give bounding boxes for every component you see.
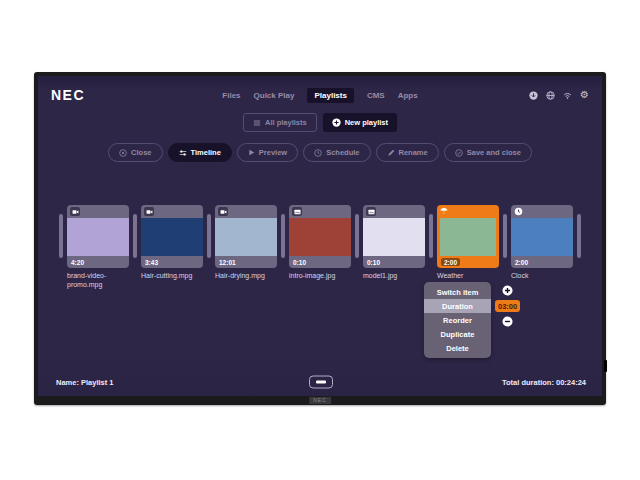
umbrella-icon: ☂ xyxy=(440,207,448,216)
timeline-item-selected[interactable]: ☂ 2:00 Weather xyxy=(437,205,499,281)
thumbnail xyxy=(440,218,496,256)
increase-duration-icon[interactable] xyxy=(502,285,513,296)
item-duration: 0:10 xyxy=(293,259,306,266)
check-circle-icon xyxy=(455,149,463,157)
pencil-icon xyxy=(387,149,395,157)
timeline-item[interactable]: 0:10 intro-image.jpg xyxy=(289,205,351,281)
save-and-close-button[interactable]: Save and close xyxy=(444,143,532,162)
timeline-label: Timeline xyxy=(191,148,221,157)
timeline-separator[interactable] xyxy=(429,214,433,258)
new-playlist-label: New playlist xyxy=(345,118,388,127)
thumbnail xyxy=(363,218,425,256)
play-icon xyxy=(248,149,255,156)
timeline-item[interactable]: 2:00 Clock xyxy=(511,205,573,281)
thumbnail xyxy=(67,218,129,256)
thumbnail xyxy=(289,218,351,256)
clock-widget-icon xyxy=(514,207,523,216)
nav-item-cms[interactable]: CMS xyxy=(367,91,385,100)
preview-button[interactable]: Preview xyxy=(237,143,298,162)
nav-menu: Files Quick Play Playlists CMS Apps xyxy=(38,84,602,106)
nec-logo: NEC xyxy=(51,87,85,103)
globe-icon[interactable] xyxy=(546,91,555,100)
rename-label: Rename xyxy=(399,148,428,157)
hide-bar-button[interactable] xyxy=(309,376,333,389)
status-bar: Name: Playlist 1 Total duration: 00:24:2… xyxy=(56,374,586,390)
menu-item-reorder[interactable]: Reorder xyxy=(424,313,491,327)
image-icon xyxy=(366,207,376,216)
playlist-actions: All playlists New playlist xyxy=(38,113,602,132)
item-name: intro-image.jpg xyxy=(289,272,351,281)
schedule-button[interactable]: Schedule xyxy=(303,143,370,162)
all-playlists-label: All playlists xyxy=(265,118,307,127)
editor-toolbar: Close Timeline Preview Schedule Rename S… xyxy=(38,143,602,162)
timeline-separator[interactable] xyxy=(577,214,581,258)
save-and-close-label: Save and close xyxy=(467,148,521,157)
timeline-button[interactable]: Timeline xyxy=(168,143,232,162)
nav-item-apps[interactable]: Apps xyxy=(398,91,418,100)
all-playlists-button[interactable]: All playlists xyxy=(243,113,317,132)
timeline-separator[interactable] xyxy=(133,214,137,258)
item-duration: 0:10 xyxy=(367,259,380,266)
nav-item-quick-play[interactable]: Quick Play xyxy=(254,91,295,100)
item-duration: 4:20 xyxy=(71,259,84,266)
nav-item-playlists[interactable]: Playlists xyxy=(307,88,353,103)
item-name: brand-video-promo.mpg xyxy=(67,272,129,290)
duration-stepper: 03:00 xyxy=(495,285,520,327)
settings-icon[interactable]: ⚙ xyxy=(580,90,589,100)
item-context-menu: Switch item Duration Reorder Duplicate D… xyxy=(424,282,491,358)
playlist-name: Name: Playlist 1 xyxy=(56,378,114,387)
thumbnail xyxy=(511,218,573,256)
timeline-icon xyxy=(179,149,187,157)
monitor-frame: NEC Files Quick Play Playlists CMS Apps … xyxy=(34,72,606,405)
item-name: Weather xyxy=(437,272,499,281)
timeline-item[interactable]: 4:20 brand-video-promo.mpg xyxy=(67,205,129,290)
power-button[interactable] xyxy=(604,360,607,372)
item-duration: 2:00 xyxy=(515,259,528,266)
clock-icon xyxy=(314,149,322,157)
plus-circle-icon xyxy=(332,118,341,127)
menu-item-duration[interactable]: Duration xyxy=(424,299,491,313)
update-icon[interactable] xyxy=(529,91,538,100)
hamburger-icon xyxy=(253,119,261,127)
timeline-separator[interactable] xyxy=(281,214,285,258)
item-name: Hair-cutting.mpg xyxy=(141,272,203,281)
menu-item-switch-item[interactable]: Switch item xyxy=(424,285,491,299)
item-duration: 3:43 xyxy=(145,259,158,266)
menu-item-delete[interactable]: Delete xyxy=(424,341,491,355)
item-name: model1.jpg xyxy=(363,272,425,281)
timeline-item[interactable]: 3:43 Hair-cutting.mpg xyxy=(141,205,203,281)
decrease-duration-icon[interactable] xyxy=(502,316,513,327)
timeline-item[interactable]: 0:10 model1.jpg xyxy=(363,205,425,281)
item-name: Hair-drying.mpg xyxy=(215,272,277,281)
item-duration: 2:00 xyxy=(441,258,460,266)
top-nav: NEC Files Quick Play Playlists CMS Apps … xyxy=(38,84,602,106)
rename-button[interactable]: Rename xyxy=(376,143,439,162)
close-label: Close xyxy=(131,148,151,157)
timeline-separator[interactable] xyxy=(207,214,211,258)
nav-item-files[interactable]: Files xyxy=(222,91,240,100)
close-circle-icon xyxy=(119,149,127,157)
timeline-separator[interactable] xyxy=(355,214,359,258)
video-icon xyxy=(144,207,154,216)
image-icon xyxy=(292,207,302,216)
timeline-item[interactable]: 12:01 Hair-drying.mpg xyxy=(215,205,277,281)
bezel-nec-logo: NEC xyxy=(309,397,331,404)
nav-icon-group: ⚙ xyxy=(529,90,589,100)
timeline-separator[interactable] xyxy=(59,214,63,258)
schedule-label: Schedule xyxy=(326,148,359,157)
preview-label: Preview xyxy=(259,148,287,157)
close-button[interactable]: Close xyxy=(108,143,162,162)
video-icon xyxy=(218,207,228,216)
timeline-separator[interactable] xyxy=(503,214,507,258)
duration-value: 03:00 xyxy=(495,300,520,312)
wifi-icon[interactable] xyxy=(563,91,572,100)
display-screen: NEC Files Quick Play Playlists CMS Apps … xyxy=(38,76,602,396)
thumbnail xyxy=(215,218,277,256)
video-icon xyxy=(70,207,80,216)
dash-icon xyxy=(316,381,326,384)
menu-item-duplicate[interactable]: Duplicate xyxy=(424,327,491,341)
timeline-strip: 4:20 brand-video-promo.mpg 3:43 Hair-cut… xyxy=(38,205,602,290)
item-duration: 12:01 xyxy=(219,259,236,266)
new-playlist-button[interactable]: New playlist xyxy=(323,113,397,132)
total-duration: Total duration: 00:24:24 xyxy=(502,378,586,387)
